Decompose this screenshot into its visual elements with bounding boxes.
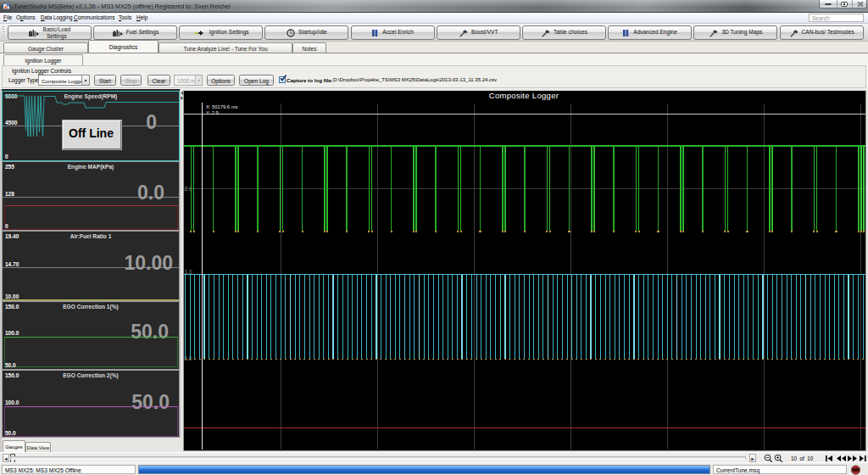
svg-text:1.0: 1.0	[185, 269, 192, 275]
svg-text:Y: 2.9: Y: 2.9	[206, 110, 219, 115]
svg-text:X: 50179.6 ms: X: 50179.6 ms	[206, 104, 237, 109]
